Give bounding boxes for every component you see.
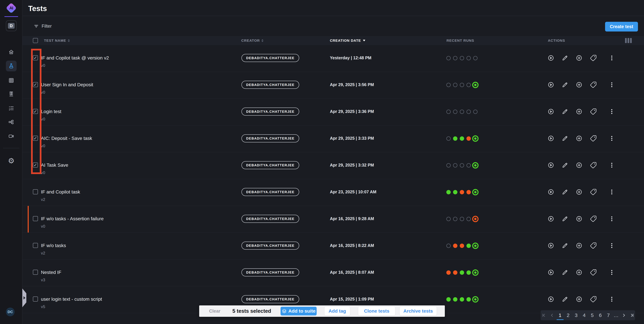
create-test-button[interactable]: Create test bbox=[605, 22, 638, 31]
workspace-switcher[interactable]: D bbox=[6, 20, 16, 31]
tag-row-button[interactable] bbox=[590, 162, 597, 168]
test-name[interactable]: IF and Copilot task @ version v2 bbox=[41, 55, 109, 61]
add-to-suite-row-button[interactable] bbox=[576, 296, 582, 303]
tag-row-button[interactable] bbox=[590, 135, 597, 142]
edit-test-button[interactable] bbox=[562, 296, 568, 303]
tag-row-button[interactable] bbox=[590, 269, 597, 276]
row-menu-button[interactable] bbox=[608, 81, 615, 88]
run-test-button[interactable] bbox=[548, 215, 554, 222]
test-name[interactable]: AI Task Save bbox=[41, 162, 68, 168]
row-checkbox[interactable] bbox=[33, 189, 38, 194]
page-button-1[interactable]: 1 bbox=[557, 310, 563, 320]
tag-row-button[interactable] bbox=[590, 215, 597, 222]
tag-row-button[interactable] bbox=[590, 189, 597, 195]
page-button-3[interactable]: 3 bbox=[573, 310, 579, 320]
run-test-button[interactable] bbox=[548, 296, 554, 303]
select-all-checkbox[interactable] bbox=[33, 38, 38, 43]
sidebar-item-recordings[interactable] bbox=[6, 131, 16, 142]
row-menu-button[interactable] bbox=[608, 108, 615, 115]
add-to-suite-row-button[interactable] bbox=[576, 269, 582, 276]
page-button-2[interactable]: 2 bbox=[565, 310, 571, 320]
edit-test-button[interactable] bbox=[562, 135, 568, 142]
tag-row-button[interactable] bbox=[590, 81, 597, 88]
row-menu-button[interactable] bbox=[608, 55, 615, 61]
sidebar-item-test-tubes[interactable] bbox=[6, 89, 16, 99]
test-name[interactable]: IF w/o tasks bbox=[41, 243, 66, 248]
archive-tests-button[interactable]: Archive tests bbox=[400, 307, 436, 316]
first-page-button[interactable] bbox=[541, 310, 547, 320]
page-button-4[interactable]: 4 bbox=[582, 310, 587, 320]
edit-test-button[interactable] bbox=[562, 269, 568, 276]
row-menu-button[interactable] bbox=[608, 242, 615, 249]
next-page-button[interactable] bbox=[621, 310, 627, 320]
edit-test-button[interactable] bbox=[562, 242, 568, 249]
edit-test-button[interactable] bbox=[562, 81, 568, 88]
row-menu-button[interactable] bbox=[608, 269, 615, 276]
tag-row-button[interactable] bbox=[590, 296, 597, 303]
row-checkbox[interactable]: ✓ bbox=[33, 55, 38, 60]
tag-row-button[interactable] bbox=[590, 55, 597, 61]
sidebar-item-flow-tree[interactable] bbox=[6, 117, 16, 128]
add-to-suite-row-button[interactable] bbox=[576, 81, 582, 88]
test-name[interactable]: User Sign In and Deposit bbox=[41, 82, 93, 88]
sidebar-item-tests[interactable] bbox=[6, 61, 16, 71]
row-checkbox[interactable] bbox=[33, 297, 38, 302]
test-name[interactable]: AIC: Deposit - Save task bbox=[41, 136, 92, 141]
row-checkbox[interactable] bbox=[33, 216, 38, 221]
row-checkbox[interactable] bbox=[33, 270, 38, 275]
edit-test-button[interactable] bbox=[562, 55, 568, 61]
row-checkbox[interactable]: ✓ bbox=[33, 136, 38, 141]
add-to-suite-row-button[interactable] bbox=[576, 135, 582, 142]
row-checkbox[interactable]: ✓ bbox=[33, 109, 38, 114]
run-test-button[interactable] bbox=[548, 108, 554, 115]
edit-test-button[interactable] bbox=[562, 162, 568, 168]
run-test-button[interactable] bbox=[548, 269, 554, 276]
last-page-button[interactable] bbox=[629, 310, 635, 320]
add-to-suite-row-button[interactable] bbox=[576, 55, 582, 61]
prev-page-button[interactable] bbox=[549, 310, 555, 320]
page-button-6[interactable]: 6 bbox=[598, 310, 603, 320]
column-creation-date[interactable]: CREATION DATE bbox=[330, 36, 365, 45]
test-name[interactable]: Nested IF bbox=[41, 270, 61, 275]
row-menu-button[interactable] bbox=[608, 215, 615, 222]
tag-row-button[interactable] bbox=[590, 108, 597, 115]
run-test-button[interactable] bbox=[548, 189, 554, 195]
add-to-suite-row-button[interactable] bbox=[576, 242, 582, 249]
row-checkbox[interactable]: ✓ bbox=[33, 162, 38, 167]
run-test-button[interactable] bbox=[548, 162, 554, 168]
tag-row-button[interactable] bbox=[590, 242, 597, 249]
test-name[interactable]: IF and Copilot task bbox=[41, 189, 80, 195]
row-menu-button[interactable] bbox=[608, 162, 615, 168]
user-avatar[interactable]: DC bbox=[6, 308, 14, 316]
column-settings-icon[interactable] bbox=[625, 38, 632, 43]
sidebar-item-settings[interactable]: ⚙ bbox=[6, 156, 16, 166]
add-to-suite-row-button[interactable] bbox=[576, 108, 582, 115]
column-test-name[interactable]: TEST NAME bbox=[44, 36, 70, 45]
page-button-7[interactable]: 7 bbox=[606, 310, 611, 320]
test-name[interactable]: Login test bbox=[41, 109, 61, 114]
run-test-button[interactable] bbox=[548, 81, 554, 88]
row-menu-button[interactable] bbox=[608, 189, 615, 195]
sidebar-item-data-grid[interactable] bbox=[6, 75, 16, 86]
row-menu-button[interactable] bbox=[608, 135, 615, 142]
clear-selection-button[interactable]: Clear bbox=[209, 306, 220, 317]
row-checkbox[interactable]: ✓ bbox=[33, 82, 38, 87]
run-test-button[interactable] bbox=[548, 135, 554, 142]
row-menu-button[interactable] bbox=[608, 296, 615, 303]
edit-test-button[interactable] bbox=[562, 108, 568, 115]
filter-button[interactable]: Filter bbox=[34, 23, 52, 29]
sidebar-item-checklist[interactable] bbox=[6, 103, 16, 114]
edit-test-button[interactable] bbox=[562, 215, 568, 222]
clone-tests-button[interactable]: Clone tests bbox=[358, 307, 395, 316]
row-checkbox[interactable] bbox=[33, 243, 38, 248]
page-button-5[interactable]: 5 bbox=[590, 310, 595, 320]
add-to-suite-row-button[interactable] bbox=[576, 189, 582, 195]
add-to-suite-row-button[interactable] bbox=[576, 215, 582, 222]
run-test-button[interactable] bbox=[548, 55, 554, 61]
sidebar-item-home[interactable] bbox=[6, 47, 16, 57]
add-to-suite-button[interactable]: Add to suite bbox=[280, 307, 317, 316]
run-test-button[interactable] bbox=[548, 242, 554, 249]
edit-test-button[interactable] bbox=[562, 189, 568, 195]
add-tag-button[interactable]: Add tag bbox=[324, 307, 350, 316]
test-name[interactable]: IF w/o tasks - Assertion failure bbox=[41, 216, 104, 222]
